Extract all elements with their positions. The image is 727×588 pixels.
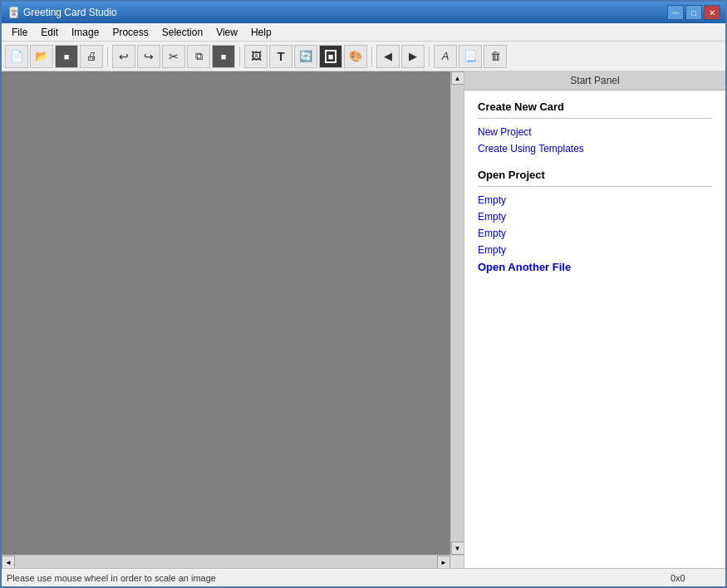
- canvas-row: ▲ ▼: [2, 71, 464, 555]
- maximize-button[interactable]: □: [685, 5, 702, 20]
- open-divider: [478, 186, 712, 187]
- undo-button[interactable]: ↩: [112, 45, 135, 68]
- paint-icon: 🎨: [349, 50, 362, 62]
- scroll-up-button[interactable]: ▲: [451, 71, 464, 85]
- font-button[interactable]: A: [434, 45, 457, 68]
- window-title: Greeting Card Studio: [23, 7, 667, 18]
- paste-icon: ■: [221, 51, 227, 61]
- recent-3-link[interactable]: Empty: [478, 227, 712, 240]
- horizontal-scrollbar-row: ◄ ►: [2, 555, 464, 568]
- panel-header: Start Panel: [464, 71, 725, 91]
- delete-button[interactable]: 🗑: [484, 45, 507, 68]
- create-divider: [478, 118, 712, 119]
- save-button[interactable]: ■: [55, 45, 78, 68]
- minimize-button[interactable]: ─: [667, 5, 684, 20]
- toolbar: 📄 📂 ■ 🖨 ↩ ↪ ✂ ⧉ ■ 🖼 T: [2, 42, 725, 71]
- cut-icon: ✂: [169, 50, 179, 63]
- toolbar-sep-4: [429, 47, 430, 66]
- transform-button[interactable]: 🔄: [294, 45, 317, 68]
- close-button[interactable]: ✕: [704, 5, 720, 20]
- open-another-link[interactable]: Open Another File: [478, 260, 712, 274]
- scroll-track-horizontal[interactable]: [15, 556, 437, 568]
- section-gap-1: [478, 159, 712, 169]
- redo-button[interactable]: ↪: [137, 45, 160, 68]
- print-icon: 🖨: [86, 50, 97, 62]
- border-icon: ■: [325, 50, 337, 63]
- text-icon: T: [277, 49, 284, 63]
- recent-4-link[interactable]: Empty: [478, 243, 712, 257]
- app-icon: 🃏: [7, 6, 20, 19]
- scroll-right-button[interactable]: ►: [437, 556, 450, 568]
- scroll-track-vertical[interactable]: [451, 85, 464, 541]
- menu-process[interactable]: Process: [106, 25, 155, 40]
- status-bar: Please use mouse wheel in order to scale…: [2, 568, 725, 586]
- create-new-card-title: Create New Card: [478, 100, 712, 113]
- text-button[interactable]: T: [269, 45, 292, 68]
- recent-1-link[interactable]: Empty: [478, 194, 712, 207]
- status-coords: 0x0: [671, 573, 720, 583]
- menu-view[interactable]: View: [209, 25, 244, 40]
- menu-edit[interactable]: Edit: [34, 25, 65, 40]
- page-icon: 📃: [464, 50, 477, 62]
- paste-button[interactable]: ■: [212, 45, 235, 68]
- next-icon: ▶: [409, 50, 417, 62]
- canvas-column: ▲ ▼ ◄ ►: [2, 71, 464, 568]
- start-panel: Start Panel Create New Card New Project …: [464, 71, 725, 568]
- page-button[interactable]: 📃: [459, 45, 482, 68]
- cut-button[interactable]: ✂: [162, 45, 185, 68]
- border-button[interactable]: ■: [319, 45, 342, 68]
- scroll-left-button[interactable]: ◄: [2, 556, 15, 568]
- panel-content: Create New Card New Project Create Using…: [464, 91, 725, 568]
- status-message: Please use mouse wheel in order to scale…: [7, 573, 654, 583]
- paint-button[interactable]: 🎨: [344, 45, 367, 68]
- menu-selection[interactable]: Selection: [155, 25, 209, 40]
- copy-button[interactable]: ⧉: [187, 45, 210, 68]
- font-icon: A: [442, 50, 449, 62]
- open-button[interactable]: 📂: [30, 45, 53, 68]
- delete-icon: 🗑: [490, 50, 501, 62]
- undo-icon: ↩: [119, 50, 129, 63]
- main-area: ▲ ▼ ◄ ► Start Panel Create New Card New …: [2, 71, 725, 568]
- canvas-area[interactable]: [2, 71, 450, 555]
- new-button[interactable]: 📄: [5, 45, 28, 68]
- insert-image-icon: 🖼: [251, 50, 262, 62]
- scroll-corner: [450, 556, 464, 568]
- recent-2-link[interactable]: Empty: [478, 210, 712, 223]
- menu-image[interactable]: Image: [65, 25, 106, 40]
- new-project-link[interactable]: New Project: [478, 125, 712, 139]
- vertical-scrollbar[interactable]: ▲ ▼: [450, 71, 464, 555]
- menu-bar: File Edit Image Process Selection View H…: [2, 23, 725, 42]
- create-templates-link[interactable]: Create Using Templates: [478, 142, 712, 155]
- new-icon: 📄: [10, 50, 23, 62]
- insert-image-button[interactable]: 🖼: [244, 45, 268, 68]
- scroll-down-button[interactable]: ▼: [451, 541, 464, 555]
- toolbar-sep-3: [371, 47, 372, 66]
- prev-button[interactable]: ◀: [376, 45, 400, 68]
- redo-icon: ↪: [144, 50, 154, 63]
- menu-file[interactable]: File: [5, 25, 34, 40]
- toolbar-sep-1: [107, 47, 108, 66]
- open-icon: 📂: [35, 50, 48, 62]
- transform-icon: 🔄: [299, 50, 312, 62]
- main-window: 🃏 Greeting Card Studio ─ □ ✕ File Edit I…: [0, 0, 727, 588]
- title-bar: 🃏 Greeting Card Studio ─ □ ✕: [2, 2, 725, 23]
- toolbar-sep-2: [239, 47, 240, 66]
- save-icon: ■: [64, 51, 70, 61]
- open-project-title: Open Project: [478, 169, 712, 181]
- prev-icon: ◀: [384, 50, 392, 62]
- print-button[interactable]: 🖨: [80, 45, 103, 68]
- menu-help[interactable]: Help: [244, 25, 278, 40]
- copy-icon: ⧉: [195, 50, 203, 63]
- window-controls: ─ □ ✕: [667, 5, 720, 20]
- next-button[interactable]: ▶: [401, 45, 425, 68]
